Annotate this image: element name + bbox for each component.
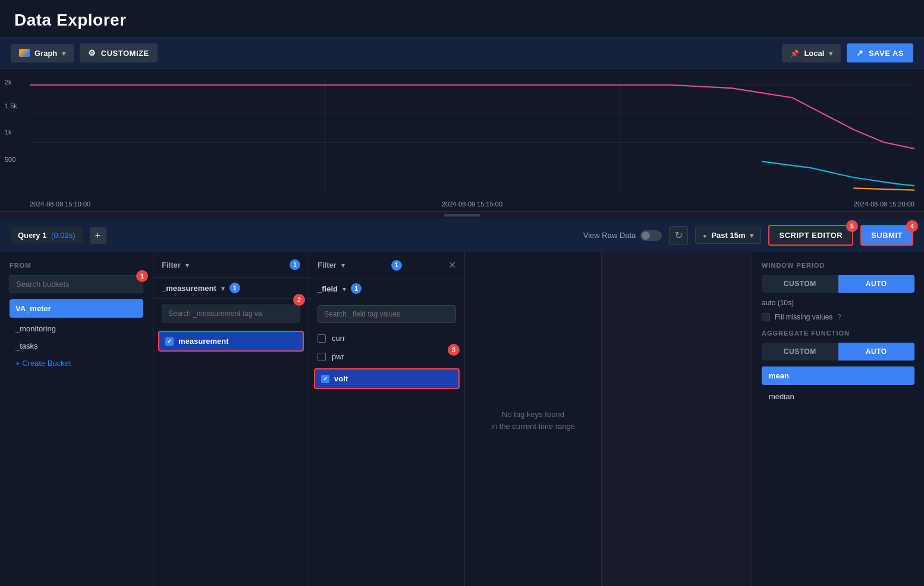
field-volt-item[interactable]: ✓ volt <box>314 368 460 389</box>
agg-mean-item[interactable]: mean <box>762 366 914 385</box>
auto-text: auto (10s) <box>762 299 914 307</box>
volt-label: volt <box>334 374 348 383</box>
view-raw-data-toggle[interactable] <box>640 230 662 241</box>
x-label-1: 2024-08-09 15:10:00 <box>30 200 90 208</box>
right-panel: WINDOW PERIOD CUSTOM AUTO auto (10s) Fil… <box>752 252 924 586</box>
chevron-down-icon <box>62 49 65 58</box>
main-content: FROM 1 VA_meter _monitoring _tasks + Cre… <box>0 252 924 586</box>
save-as-button[interactable]: SAVE AS <box>847 43 913 62</box>
refresh-button[interactable] <box>669 226 688 245</box>
customize-label: CUSTOMIZE <box>101 49 149 58</box>
filter-label-2: Filter <box>318 261 337 270</box>
step-4-badge: 4 <box>906 220 918 232</box>
window-period-auto-button[interactable]: AUTO <box>838 275 915 293</box>
step-1-badge: 1 <box>136 270 148 282</box>
pin-icon <box>790 49 799 58</box>
fill-missing-row: Fill missing values ? <box>762 313 914 321</box>
graph-icon <box>19 49 30 57</box>
agg-custom-button[interactable]: CUSTOM <box>762 343 838 361</box>
local-button[interactable]: Local <box>782 44 841 62</box>
clock-icon <box>703 231 706 240</box>
filter-measurement-count: 1 <box>290 259 300 270</box>
toolbar: Graph CUSTOMIZE Local SAVE AS <box>0 37 924 69</box>
measurement-count-badge: 1 <box>230 283 240 293</box>
y-label-1k: 1k <box>5 129 12 136</box>
measurement-name: measurement <box>178 337 229 346</box>
volt-checkbox[interactable]: ✓ <box>321 375 329 383</box>
query-label[interactable]: Query 1 (0.02s) <box>11 227 83 243</box>
curr-label: curr <box>332 334 345 343</box>
no-tag-line2: in the current time range <box>491 421 575 433</box>
field-pwr-item[interactable]: pwr 3 <box>309 347 464 366</box>
y-label-1-5k: 1.5k <box>5 102 17 109</box>
no-tag-message: No tag keys found in the current time ra… <box>491 409 575 432</box>
filter-label: Filter <box>162 261 181 270</box>
filters-area: Filter 1 _measurement 1 2 ✓ measurement <box>153 252 752 586</box>
query-time: (0.02s) <box>51 231 75 240</box>
aggregate-function-label: AGGREGATE FUNCTION <box>762 330 914 337</box>
filter-field-chevron[interactable] <box>341 261 345 270</box>
gear-icon <box>88 48 96 58</box>
measurement-selected-item[interactable]: ✓ measurement <box>158 331 304 352</box>
script-editor-wrapper: SCRIPT EDITOR 5 <box>768 225 853 246</box>
filter-measurement-search-wrapper: 2 <box>153 299 309 328</box>
chart-svg <box>30 79 914 193</box>
header: Data Explorer <box>0 0 924 37</box>
query-name: Query 1 <box>18 231 46 240</box>
measurement-field-name: _measurement <box>162 284 216 293</box>
filter-field-title: Filter <box>318 261 345 270</box>
pwr-label: pwr <box>332 352 344 361</box>
measurement-chevron-icon[interactable] <box>221 284 225 293</box>
measurement-checkbox[interactable]: ✓ <box>165 337 174 346</box>
field-count-badge: 1 <box>351 283 362 294</box>
search-buckets-input[interactable] <box>10 275 143 293</box>
filter-measurement-panel: Filter 1 _measurement 1 2 ✓ measurement <box>153 252 309 586</box>
filter-field-header: Filter 1 ✕ <box>309 252 464 278</box>
graph-label: Graph <box>34 49 57 58</box>
x-label-3: 2024-08-09 15:20:00 <box>854 200 914 208</box>
filter-measurement-title: Filter <box>162 261 189 270</box>
filter-field-search[interactable] <box>318 305 456 323</box>
bucket-va-meter[interactable]: VA_meter <box>10 299 143 318</box>
fill-missing-checkbox[interactable] <box>762 313 770 321</box>
window-period-label: WINDOW PERIOD <box>762 262 914 269</box>
field-curr-item[interactable]: curr <box>309 329 464 347</box>
y-label-2k: 2k <box>5 79 12 86</box>
drag-handle[interactable] <box>0 212 924 219</box>
window-period-btn-group: CUSTOM AUTO <box>762 275 914 293</box>
customize-button[interactable]: CUSTOMIZE <box>80 43 157 62</box>
add-query-button[interactable]: + <box>90 227 106 244</box>
bucket-tasks[interactable]: _tasks <box>10 337 143 355</box>
time-range-button[interactable]: Past 15m <box>695 227 761 244</box>
step-5-badge: 5 <box>846 220 858 232</box>
window-period-custom-button[interactable]: CUSTOM <box>762 275 838 293</box>
filter-field-row: _field 1 <box>309 278 464 299</box>
create-bucket-button[interactable]: + Create Bucket <box>10 355 143 372</box>
query-bar: Query 1 (0.02s) + View Raw Data Past 15m… <box>0 219 924 252</box>
from-panel: FROM 1 VA_meter _monitoring _tasks + Cre… <box>0 252 153 586</box>
chart-x-labels: 2024-08-09 15:10:00 2024-08-09 15:15:00 … <box>30 200 914 208</box>
view-raw-data-label: View Raw Data <box>583 231 636 240</box>
submit-button[interactable]: SUBMIT <box>860 225 913 246</box>
field-chevron-icon[interactable] <box>342 284 346 293</box>
local-label: Local <box>804 49 824 58</box>
step-2-badge: 2 <box>293 294 305 306</box>
chart-area: 2k 1.5k 1k 500 2024-08-09 15:10:00 2024-… <box>0 69 924 212</box>
filter-measurement-search[interactable] <box>162 305 300 322</box>
chevron-down-icon <box>829 49 832 58</box>
filter-chevron-icon[interactable] <box>186 261 189 270</box>
ext-link-icon <box>856 48 864 58</box>
curr-checkbox[interactable] <box>318 334 326 343</box>
filter-measurement-field: _measurement 1 <box>153 278 309 299</box>
graph-button[interactable]: Graph <box>11 44 74 62</box>
bucket-monitoring[interactable]: _monitoring <box>10 320 143 337</box>
y-label-500: 500 <box>5 156 15 163</box>
help-icon[interactable]: ? <box>837 313 841 321</box>
agg-median-item[interactable]: median <box>762 387 914 406</box>
pwr-checkbox[interactable] <box>318 353 326 361</box>
filter-field-close[interactable]: ✕ <box>448 259 456 271</box>
time-range-label: Past 15m <box>711 231 745 240</box>
script-editor-button[interactable]: SCRIPT EDITOR <box>768 225 853 246</box>
save-as-label: SAVE AS <box>869 49 904 58</box>
agg-auto-button[interactable]: AUTO <box>838 343 915 361</box>
